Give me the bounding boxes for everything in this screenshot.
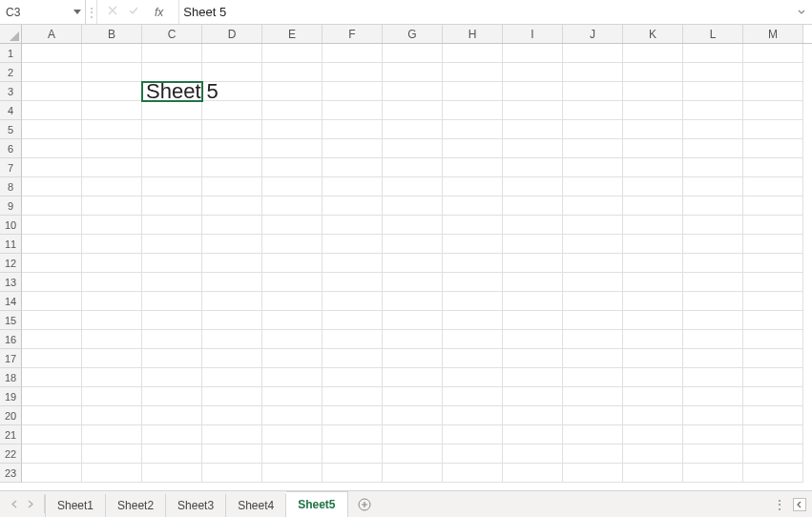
cell[interactable] — [743, 273, 803, 292]
cell[interactable] — [323, 387, 383, 406]
cell[interactable] — [743, 235, 803, 254]
cell[interactable] — [142, 158, 202, 177]
cell[interactable] — [142, 368, 202, 387]
cell[interactable] — [22, 254, 82, 273]
cell[interactable] — [202, 254, 262, 273]
cell[interactable] — [202, 464, 262, 483]
cell[interactable] — [683, 273, 743, 292]
cell[interactable] — [202, 292, 262, 311]
cell[interactable] — [563, 292, 623, 311]
cell[interactable] — [743, 177, 803, 196]
cell[interactable] — [623, 216, 683, 235]
cell[interactable] — [503, 254, 563, 273]
cell[interactable] — [743, 406, 803, 425]
cell[interactable] — [262, 63, 323, 82]
cell[interactable] — [443, 177, 503, 196]
cell[interactable] — [743, 349, 803, 368]
row-header[interactable]: 9 — [0, 196, 22, 216]
cell[interactable] — [82, 330, 142, 349]
cell[interactable] — [623, 464, 683, 483]
cell[interactable] — [142, 387, 202, 406]
cell[interactable] — [82, 44, 142, 63]
cell[interactable] — [142, 196, 202, 216]
cell[interactable] — [683, 445, 743, 464]
cell[interactable] — [323, 464, 383, 483]
cell[interactable] — [202, 120, 262, 139]
cell[interactable] — [683, 139, 743, 158]
row-header[interactable]: 13 — [0, 273, 22, 292]
cell[interactable] — [383, 425, 443, 445]
cell[interactable] — [503, 425, 563, 445]
cell[interactable] — [443, 63, 503, 82]
cell[interactable] — [82, 82, 142, 101]
cell[interactable] — [383, 387, 443, 406]
cell[interactable] — [82, 368, 142, 387]
cell[interactable] — [443, 120, 503, 139]
cell[interactable] — [323, 311, 383, 330]
row-header[interactable]: 10 — [0, 216, 22, 235]
cell[interactable] — [262, 445, 323, 464]
cell[interactable] — [443, 387, 503, 406]
cell[interactable] — [22, 445, 82, 464]
cell[interactable] — [142, 330, 202, 349]
cell[interactable] — [503, 311, 563, 330]
column-header[interactable]: E — [262, 25, 323, 43]
cell[interactable] — [262, 292, 323, 311]
cell[interactable] — [683, 406, 743, 425]
cell[interactable] — [202, 177, 262, 196]
cell[interactable] — [443, 292, 503, 311]
cell[interactable] — [82, 177, 142, 196]
cell[interactable] — [743, 120, 803, 139]
cell[interactable] — [683, 387, 743, 406]
row-header[interactable]: 21 — [0, 425, 22, 445]
column-header[interactable]: M — [743, 25, 803, 43]
cell[interactable] — [202, 368, 262, 387]
cell[interactable] — [503, 368, 563, 387]
cell[interactable] — [443, 464, 503, 483]
new-sheet-button[interactable] — [348, 491, 381, 517]
cell[interactable] — [623, 158, 683, 177]
cell[interactable] — [202, 44, 262, 63]
cell[interactable] — [22, 216, 82, 235]
cell[interactable] — [202, 311, 262, 330]
cell[interactable] — [262, 44, 323, 63]
cell[interactable] — [262, 120, 323, 139]
cell[interactable] — [563, 425, 623, 445]
cell[interactable] — [503, 216, 563, 235]
column-header[interactable]: J — [563, 25, 623, 43]
cell[interactable] — [683, 349, 743, 368]
cell[interactable] — [683, 196, 743, 216]
sheet-tab[interactable]: Sheet4 — [226, 494, 286, 517]
cell[interactable] — [202, 196, 262, 216]
cell[interactable] — [262, 235, 323, 254]
cell[interactable] — [142, 292, 202, 311]
cell[interactable] — [443, 406, 503, 425]
cell[interactable] — [503, 120, 563, 139]
row-header[interactable]: 5 — [0, 120, 22, 139]
cell[interactable] — [82, 311, 142, 330]
cell[interactable] — [22, 235, 82, 254]
cell[interactable] — [623, 368, 683, 387]
cell[interactable] — [323, 235, 383, 254]
cell[interactable] — [202, 216, 262, 235]
cell[interactable] — [22, 425, 82, 445]
cell[interactable] — [563, 101, 623, 120]
cell[interactable] — [623, 120, 683, 139]
cell[interactable] — [623, 445, 683, 464]
cell[interactable] — [383, 44, 443, 63]
cell[interactable] — [323, 330, 383, 349]
cell[interactable] — [202, 235, 262, 254]
cell[interactable] — [443, 44, 503, 63]
cell[interactable] — [142, 254, 202, 273]
row-header[interactable]: 23 — [0, 464, 22, 483]
cell[interactable] — [22, 158, 82, 177]
cell[interactable] — [443, 349, 503, 368]
cell[interactable] — [323, 292, 383, 311]
cell[interactable] — [22, 292, 82, 311]
row-header[interactable]: 16 — [0, 330, 22, 349]
row-header[interactable]: 14 — [0, 292, 22, 311]
cell[interactable] — [142, 101, 202, 120]
cell[interactable] — [142, 311, 202, 330]
cell[interactable] — [443, 139, 503, 158]
cell[interactable] — [743, 425, 803, 445]
